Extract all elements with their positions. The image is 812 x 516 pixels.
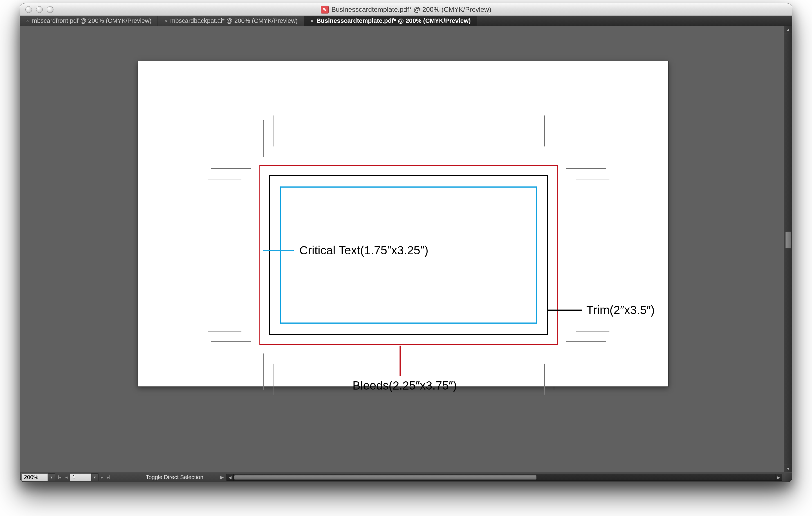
vertical-scrollbar[interactable]: ▲ ▼ [784, 26, 792, 472]
crop-mark [554, 353, 554, 390]
zoom-dropdown-button[interactable]: ▼ [48, 473, 55, 481]
status-bar: 200% ▼ I◂ ◂ 1 ▼ ▸ ▸I Toggle Direct Selec… [20, 472, 792, 482]
crop-mark [544, 115, 545, 146]
crop-mark [263, 353, 264, 390]
horizontal-scrollbar[interactable]: ◀ ▶ [227, 474, 782, 481]
page-dropdown-button[interactable]: ▼ [91, 473, 98, 481]
page-value: 1 [72, 474, 76, 481]
leader-line [263, 250, 294, 251]
close-tab-icon[interactable]: × [164, 18, 167, 24]
document-tab-mbscardbackpat[interactable]: × mbscardbackpat.ai* @ 200% (CMYK/Previe… [158, 16, 304, 26]
resize-grip[interactable] [784, 473, 792, 482]
crop-mark [566, 342, 606, 342]
tab-label: mbscardfront.pdf @ 200% (CMYK/Preview) [32, 17, 152, 25]
scroll-right-button[interactable]: ▶ [775, 474, 782, 481]
page-field[interactable]: 1 [70, 473, 91, 481]
close-tab-icon[interactable]: × [26, 18, 29, 24]
crop-mark [576, 331, 609, 331]
status-hint: Toggle Direct Selection [146, 474, 203, 481]
crop-mark [211, 168, 251, 169]
status-flyout-button[interactable]: ▶ [220, 474, 224, 480]
app-window: ✎ Businesscardtemplate.pdf* @ 200% (CMYK… [20, 3, 792, 482]
prev-page-button[interactable]: ◂ [63, 473, 70, 481]
scroll-thumb[interactable] [785, 232, 791, 248]
leader-line [400, 346, 401, 376]
first-page-button[interactable]: I◂ [56, 473, 63, 481]
zoom-value: 200% [24, 474, 38, 481]
document-tab-strip: × mbscardfront.pdf @ 200% (CMYK/Preview)… [20, 16, 792, 26]
crop-mark [566, 168, 606, 169]
crop-mark [208, 179, 241, 180]
scroll-down-button[interactable]: ▼ [784, 465, 792, 472]
last-page-button[interactable]: ▸I [105, 473, 112, 481]
scroll-left-button[interactable]: ◀ [227, 474, 234, 481]
crop-mark [554, 120, 554, 157]
crop-mark [544, 363, 545, 395]
scroll-up-button[interactable]: ▲ [784, 26, 792, 33]
page-navigator: I◂ ◂ 1 ▼ ▸ ▸I [56, 473, 112, 481]
crop-mark [576, 179, 609, 180]
title-bar: ✎ Businesscardtemplate.pdf* @ 200% (CMYK… [20, 3, 792, 16]
crop-mark [263, 120, 264, 157]
next-page-button[interactable]: ▸ [98, 473, 105, 481]
pdf-icon: ✎ [321, 6, 329, 13]
critical-text-label: Critical Text(1.75″x3.25″) [299, 244, 428, 257]
canvas-area[interactable]: Critical Text(1.75″x3.25″) Trim(2″x3.5″)… [20, 26, 792, 472]
window-title: ✎ Businesscardtemplate.pdf* @ 200% (CMYK… [20, 6, 792, 13]
trim-label: Trim(2″x3.5″) [586, 303, 655, 317]
crop-mark [208, 331, 241, 331]
crop-mark [273, 363, 273, 395]
leader-line [548, 309, 582, 311]
artboard[interactable]: Critical Text(1.75″x3.25″) Trim(2″x3.5″)… [138, 61, 668, 386]
tab-label: Businesscardtemplate.pdf* @ 200% (CMYK/P… [316, 17, 470, 25]
crop-mark [273, 115, 273, 146]
document-tab-businesscardtemplate[interactable]: × Businesscardtemplate.pdf* @ 200% (CMYK… [304, 16, 477, 26]
crop-mark [211, 342, 251, 342]
close-tab-icon[interactable]: × [310, 18, 314, 24]
zoom-field[interactable]: 200% [21, 473, 48, 481]
tab-label: mbscardbackpat.ai* @ 200% (CMYK/Preview) [170, 17, 298, 25]
window-title-text: Businesscardtemplate.pdf* @ 200% (CMYK/P… [331, 6, 492, 13]
document-tab-mbscardfront[interactable]: × mbscardfront.pdf @ 200% (CMYK/Preview) [20, 16, 158, 26]
scroll-thumb[interactable] [234, 475, 536, 480]
bleeds-label: Bleeds(2.25″x3.75″) [352, 379, 457, 392]
